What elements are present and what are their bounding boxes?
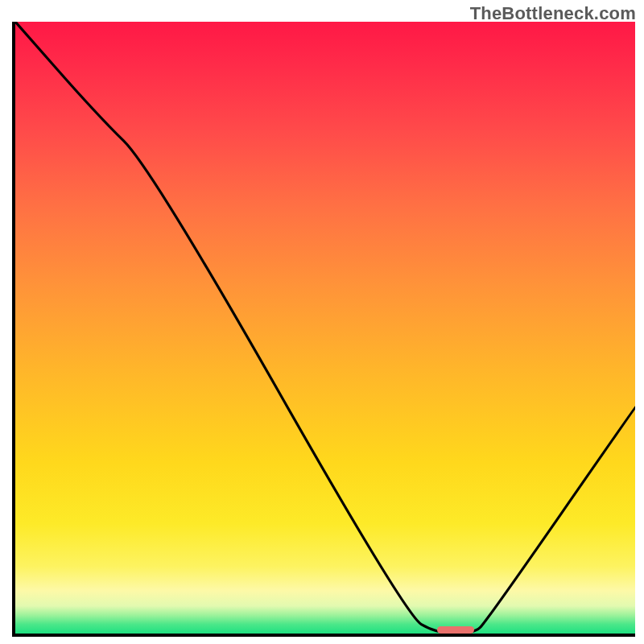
bottleneck-curve [15, 22, 635, 634]
chart-container: TheBottleneck.com [0, 0, 644, 644]
plot-area [12, 22, 635, 637]
optimal-marker [437, 626, 474, 634]
